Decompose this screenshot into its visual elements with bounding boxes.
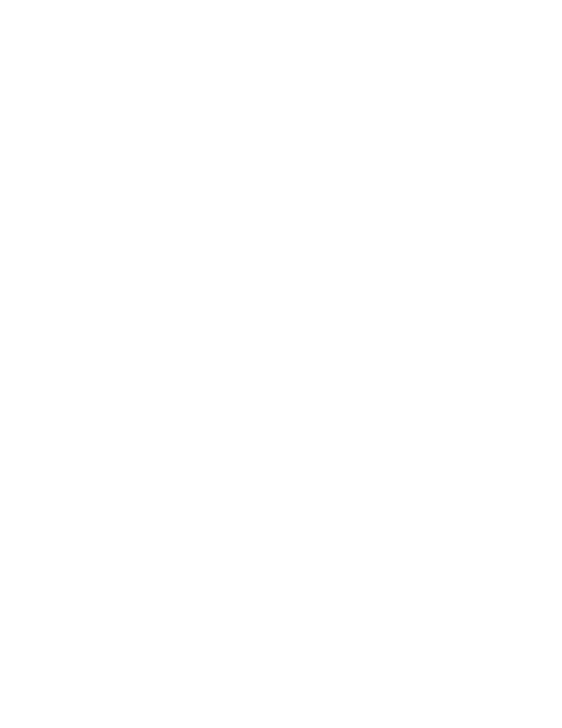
horizontal-rule: [96, 104, 467, 104]
document-page: [0, 0, 562, 728]
